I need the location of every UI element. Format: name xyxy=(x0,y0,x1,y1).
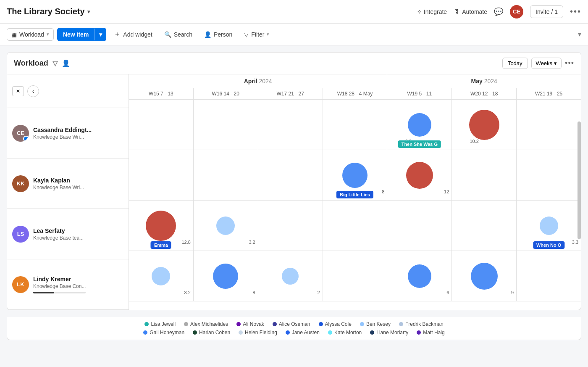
people-column: ✕ ‹ CE Cassandra Eddingt... Knowledge Ba… xyxy=(7,74,129,310)
week-cell-w17: W17 21 - 27 xyxy=(258,88,323,99)
bubble-label-lea-w15: 12.8 xyxy=(181,240,190,245)
person-name-lea: Lea Serfaty xyxy=(33,227,84,234)
toolbar-right: ▾ xyxy=(578,30,581,38)
scrollbar[interactable] xyxy=(578,74,581,310)
data-row-kayla: 8 Big Little Lies 12 xyxy=(129,150,581,201)
legend-label: Helen Fielding xyxy=(245,330,277,335)
person-info-lindy: Lindy Kremer Knowledge Base Con... xyxy=(33,276,86,293)
bubble-label-lindy-w19: 6 xyxy=(446,290,449,295)
automate-action[interactable]: 🎛 Automate xyxy=(454,8,487,15)
prev-nav-button[interactable]: ‹ xyxy=(27,85,39,97)
person-action[interactable]: 👤 Person xyxy=(200,29,236,40)
item-tag-lea-emma: Emma xyxy=(151,241,171,249)
header-more-button[interactable]: ••• xyxy=(570,7,581,16)
workload-filter-icon[interactable]: ▽ xyxy=(52,59,58,67)
bubble-lindy-w19 xyxy=(408,264,431,288)
automate-icon: 🎛 xyxy=(454,8,459,15)
legend-item: Alex Michaelides xyxy=(184,321,228,327)
avatar-cassandra: CE xyxy=(12,125,29,142)
people-col-header: ✕ ‹ xyxy=(7,74,129,108)
person-name-kayla: Kayla Kaplan xyxy=(33,177,84,184)
integrate-icon: ⟡ xyxy=(417,8,421,15)
legend-label: Alex Michaelides xyxy=(190,321,228,327)
data-row-lindy: 3.2 8 2 6 xyxy=(129,251,581,301)
workload-container: Workload ▽ 👤 Today Weeks ▾ ••• ✕ ‹ CE xyxy=(7,52,581,310)
legend-dot xyxy=(417,330,421,335)
person-row-cassandra: CE Cassandra Eddingt... Knowledge Base W… xyxy=(7,108,129,158)
search-action[interactable]: 🔍 Search xyxy=(160,29,197,40)
new-item-button[interactable]: New item ▾ xyxy=(57,28,106,41)
legend-label: Lisa Jewell xyxy=(151,321,176,327)
invite-button[interactable]: Invite / 1 xyxy=(530,5,563,18)
slot-cassandra-w19: 6.8 Then She Was G xyxy=(387,100,452,150)
toolbar-collapse-icon[interactable]: ▾ xyxy=(578,31,581,38)
slot-lea-w19 xyxy=(387,201,452,251)
workload-grid: ✕ ‹ CE Cassandra Eddingt... Knowledge Ba… xyxy=(7,74,581,310)
weeks-chevron-icon: ▾ xyxy=(554,60,557,66)
person-name-cassandra: Cassandra Eddingt... xyxy=(33,127,92,133)
person-info-lea: Lea Serfaty Knowledge Base tea... xyxy=(33,227,84,241)
scrollbar-thumb xyxy=(578,121,581,239)
legend-item: Lisa Jewell xyxy=(144,321,176,327)
collapse-button[interactable]: ✕ xyxy=(12,86,24,96)
month-may-name: May xyxy=(471,78,484,84)
search-icon: 🔍 xyxy=(164,31,171,38)
legend-dot xyxy=(143,330,147,335)
filter-action[interactable]: ▽ Filter ▾ xyxy=(240,29,273,40)
slot-lea-w21: 3.3 When No O xyxy=(517,201,581,251)
bubble-lindy-w17 xyxy=(282,268,299,285)
bubble-label-kayla-w19: 12 xyxy=(444,189,449,194)
legend-dot xyxy=(399,322,403,326)
legend-label: Alice Oseman xyxy=(279,321,310,327)
user-avatar[interactable]: CE xyxy=(510,5,523,18)
legend-label: Ben Kesey xyxy=(366,321,391,327)
workload-more-button[interactable]: ••• xyxy=(565,59,574,68)
legend-label: Fredrik Backman xyxy=(405,321,444,327)
slot-cassandra-w21 xyxy=(517,100,581,150)
legend: Lisa JewellAlex MichaelidesAli NovakAlic… xyxy=(7,317,581,340)
weeks-button[interactable]: Weeks ▾ xyxy=(531,58,562,69)
person-info-kayla: Kayla Kaplan Knowledge Base Wri... xyxy=(33,177,84,190)
grid-icon: ▦ xyxy=(11,31,17,38)
legend-item: Ben Kesey xyxy=(360,321,391,327)
legend-dot xyxy=(370,330,374,335)
chat-action[interactable]: 💬 xyxy=(494,7,503,16)
chat-icon: 💬 xyxy=(494,7,503,16)
month-april: April 2024 xyxy=(129,74,387,88)
slot-kayla-w19: 12 xyxy=(387,150,452,200)
slot-lea-w15: 12.8 Emma xyxy=(129,201,194,251)
person-row-kayla: KK Kayla Kaplan Knowledge Base Wri... xyxy=(7,158,129,209)
data-row-lea: 12.8 Emma 3.2 3.3 When No O xyxy=(129,201,581,251)
week-cell-w16: W16 14 - 20 xyxy=(194,88,258,99)
filter-icon: ▽ xyxy=(244,31,249,38)
add-widget-action[interactable]: ＋ Add widget xyxy=(110,27,156,41)
months-header: April 2024 May 2024 xyxy=(129,74,581,88)
new-item-dropdown-icon[interactable]: ▾ xyxy=(95,28,106,41)
slot-lindy-w15: 3.2 xyxy=(129,251,194,301)
today-button[interactable]: Today xyxy=(502,58,528,69)
legend-label: Matt Haig xyxy=(423,330,444,335)
new-item-label: New item xyxy=(57,28,94,41)
legend-label: Kate Morton xyxy=(334,330,362,335)
lindy-progress-bar-bg xyxy=(33,292,86,293)
slot-cassandra-w15 xyxy=(129,100,194,150)
workload-user-icon[interactable]: 👤 xyxy=(62,59,70,67)
bubble-kayla-w19 xyxy=(406,162,433,189)
bubble-kayla-w18 xyxy=(342,163,368,188)
integrate-action[interactable]: ⟡ Integrate xyxy=(417,8,447,15)
workload-title-area: Workload ▽ 👤 xyxy=(14,59,70,68)
slot-cassandra-w20: 10.2 xyxy=(452,100,517,150)
title-chevron-icon[interactable]: ▾ xyxy=(87,9,90,15)
header-right: ⟡ Integrate 🎛 Automate 💬 CE Invite / 1 •… xyxy=(417,5,581,18)
bubble-label-lindy-w15: 3.2 xyxy=(184,290,191,295)
avatar-badge-cassandra xyxy=(23,136,29,142)
data-row-cassandra: 6.8 Then She Was G 10.2 xyxy=(129,100,581,150)
legend-dot xyxy=(193,330,197,335)
workload-view-button[interactable]: ▦ Workload ▾ xyxy=(7,28,54,41)
person-row-lindy: LK Lindy Kremer Knowledge Base Con... xyxy=(7,259,129,310)
slot-kayla-w17 xyxy=(258,150,323,200)
bubble-cassandra-w20 xyxy=(469,110,499,140)
slot-lindy-w20: 9 xyxy=(452,251,517,301)
slot-cassandra-w17 xyxy=(258,100,323,150)
bubble-lea-w21 xyxy=(540,217,558,235)
